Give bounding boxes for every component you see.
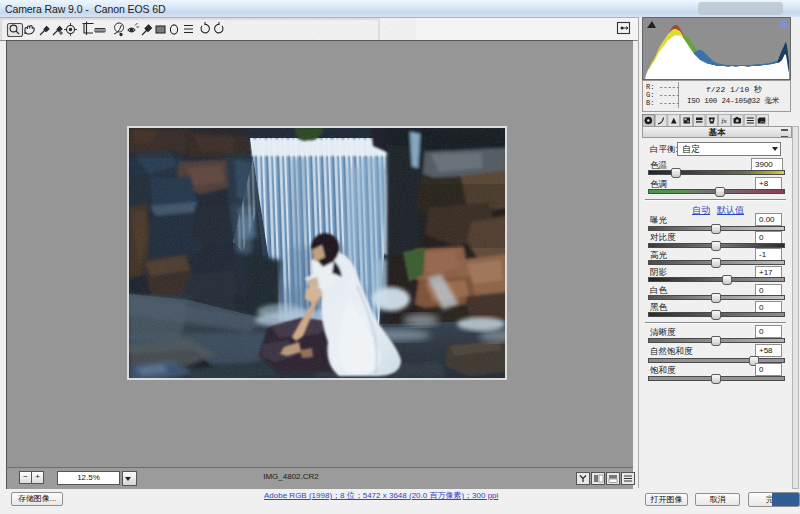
svg-text:fx: fx bbox=[722, 117, 728, 125]
